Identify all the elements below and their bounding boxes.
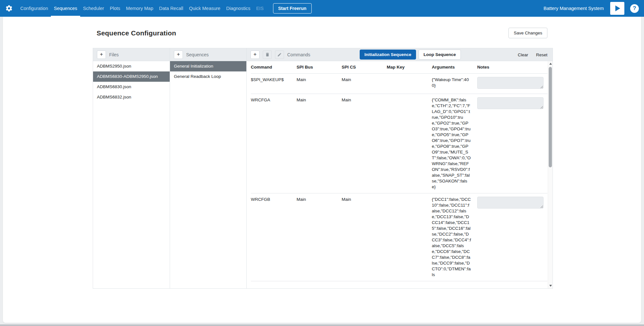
table-row[interactable]: $SPI_WAKEUP$ Main Main {"Wakeup Time":40… xyxy=(251,74,547,94)
file-item-selected[interactable]: ADBMS6830-ADBMS2950.json xyxy=(93,71,170,82)
nav-memory-map[interactable]: Memory Map xyxy=(123,0,156,17)
scroll-thumb[interactable] xyxy=(549,67,552,167)
app-title: Battery Management System xyxy=(544,6,604,11)
nav-configuration[interactable]: Configuration xyxy=(17,0,51,17)
main-nav: Configuration Sequences Scheduler Plots … xyxy=(17,0,267,17)
col-spi-bus: SPI Bus xyxy=(297,61,342,73)
commands-panel: + Commands Initialization Sequence Loop … xyxy=(247,48,553,288)
save-changes-button[interactable]: Save Changes xyxy=(508,28,547,38)
reset-button[interactable]: Reset xyxy=(536,52,547,57)
files-list: ADBMS2950.json ADBMS6830-ADBMS2950.json … xyxy=(93,61,170,102)
map-key-cell xyxy=(387,193,432,200)
files-panel-title: Files xyxy=(109,52,119,57)
col-command: Command xyxy=(251,61,297,73)
sequence-item-selected[interactable]: General Initialization xyxy=(170,61,246,71)
sequence-item[interactable]: General Readback Loop xyxy=(170,71,246,82)
nav-data-recall[interactable]: Data Recall xyxy=(156,0,186,17)
map-key-cell xyxy=(387,94,432,100)
spi-cs-cell: Main xyxy=(342,94,387,106)
nav-sequences[interactable]: Sequences xyxy=(51,0,80,17)
loop-sequence-button[interactable]: Loop Sequence xyxy=(419,50,461,60)
arguments-cell: {"COMM_BK":false,"CTH":2,"FC":7,"FLAG_D"… xyxy=(432,94,472,193)
top-navbar: Configuration Sequences Scheduler Plots … xyxy=(0,0,644,17)
nav-diagnostics[interactable]: Diagnostics xyxy=(223,0,253,17)
sequences-list-body: General Initialization General Readback … xyxy=(170,61,246,288)
sequence-configuration-page: Sequence Configuration Save Changes + Fi… xyxy=(3,17,641,323)
commands-scrollbar[interactable] xyxy=(548,61,553,288)
col-spi-cs: SPI CS xyxy=(342,61,387,73)
nav-quick-measure[interactable]: Quick Measure xyxy=(186,0,223,17)
clear-button[interactable]: Clear xyxy=(518,52,528,57)
commands-panel-title: Commands xyxy=(287,52,310,57)
gear-icon xyxy=(5,5,13,12)
notes-input[interactable] xyxy=(477,97,544,109)
notes-cell xyxy=(477,94,547,114)
arguments-cell: {"DCC1":false,"DCC10":false,"DCC11":fals… xyxy=(432,193,472,281)
pencil-icon xyxy=(277,52,282,57)
files-panel: + Files ADBMS2950.json ADBMS6830-ADBMS29… xyxy=(93,48,170,288)
sequences-list: General Initialization General Readback … xyxy=(170,61,246,82)
sequence-type-toggle: Initialization Sequence Loop Sequence xyxy=(360,50,461,60)
file-item[interactable]: ADBMS6830.json xyxy=(93,82,170,92)
commands-table-header: Command SPI Bus SPI CS Map Key Arguments… xyxy=(251,61,547,74)
sequences-panel-title: Sequences xyxy=(186,52,209,57)
table-row[interactable]: WRCFGA Main Main {"COMM_BK":false,"CTH":… xyxy=(251,94,547,193)
add-sequence-button[interactable]: + xyxy=(174,51,183,59)
help-icon: ? xyxy=(633,5,636,12)
spi-bus-cell: Main xyxy=(297,94,342,106)
file-item[interactable]: ADBMS2950.json xyxy=(93,61,170,71)
spi-cs-cell: Main xyxy=(342,193,387,206)
edit-command-button[interactable] xyxy=(275,51,284,59)
settings-gear-icon[interactable] xyxy=(5,5,13,12)
initialization-sequence-button[interactable]: Initialization Sequence xyxy=(360,50,416,60)
spi-bus-cell: Main xyxy=(297,193,342,206)
commands-table: Command SPI Bus SPI CS Map Key Arguments… xyxy=(247,61,553,288)
scroll-down-arrow[interactable] xyxy=(548,283,553,288)
scroll-up-arrow[interactable] xyxy=(548,61,553,66)
files-panel-header: + Files xyxy=(93,48,170,61)
notes-input[interactable] xyxy=(477,197,544,209)
notes-input[interactable] xyxy=(477,77,544,89)
files-list-body: ADBMS2950.json ADBMS6830-ADBMS2950.json … xyxy=(93,61,170,288)
spi-bus-cell: Main xyxy=(297,74,342,86)
play-button[interactable] xyxy=(610,2,624,15)
delete-command-button[interactable] xyxy=(263,51,272,59)
col-map-key: Map Key xyxy=(387,61,432,73)
start-freerun-button[interactable]: Start Freerun xyxy=(273,3,312,14)
col-notes: Notes xyxy=(477,61,547,73)
arguments-cell: {"Wakeup Time":400} xyxy=(432,74,472,92)
command-cell: WRCFGA xyxy=(251,94,297,106)
file-item[interactable]: ADBMS6832.json xyxy=(93,92,170,102)
sequences-panel-header: + Sequences xyxy=(170,48,246,61)
panels-container: + Files ADBMS2950.json ADBMS6830-ADBMS29… xyxy=(93,48,553,289)
add-file-button[interactable]: + xyxy=(97,51,106,59)
play-icon xyxy=(613,5,621,12)
spi-cs-cell: Main xyxy=(342,74,387,86)
table-row[interactable]: WRCFGB Main Main {"DCC1":false,"DCC10":f… xyxy=(251,193,547,281)
sequences-panel: + Sequences General Initialization Gener… xyxy=(170,48,247,288)
trash-icon xyxy=(265,52,270,57)
notes-cell xyxy=(477,74,547,94)
page-header: Sequence Configuration Save Changes xyxy=(3,17,641,48)
table-actions: Clear Reset xyxy=(518,52,547,58)
command-cell: WRCFGB xyxy=(251,193,297,206)
window-bottom-edge xyxy=(0,324,644,326)
col-arguments: Arguments xyxy=(432,61,477,73)
add-command-button[interactable]: + xyxy=(251,51,260,59)
nav-eis[interactable]: EIS xyxy=(253,0,266,17)
map-key-cell xyxy=(387,74,432,80)
help-button[interactable]: ? xyxy=(630,4,639,13)
nav-plots[interactable]: Plots xyxy=(107,0,123,17)
commands-panel-header: + Commands Initialization Sequence Loop … xyxy=(247,48,553,61)
nav-scheduler[interactable]: Scheduler xyxy=(80,0,107,17)
page-title: Sequence Configuration xyxy=(97,29,176,37)
command-cell: $SPI_WAKEUP$ xyxy=(251,74,297,86)
notes-cell xyxy=(477,193,547,213)
